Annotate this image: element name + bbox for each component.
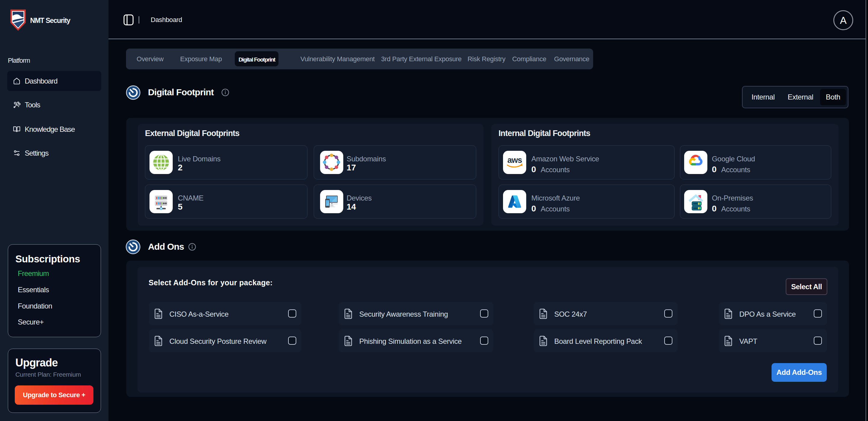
svg-text:aws: aws bbox=[507, 156, 522, 165]
